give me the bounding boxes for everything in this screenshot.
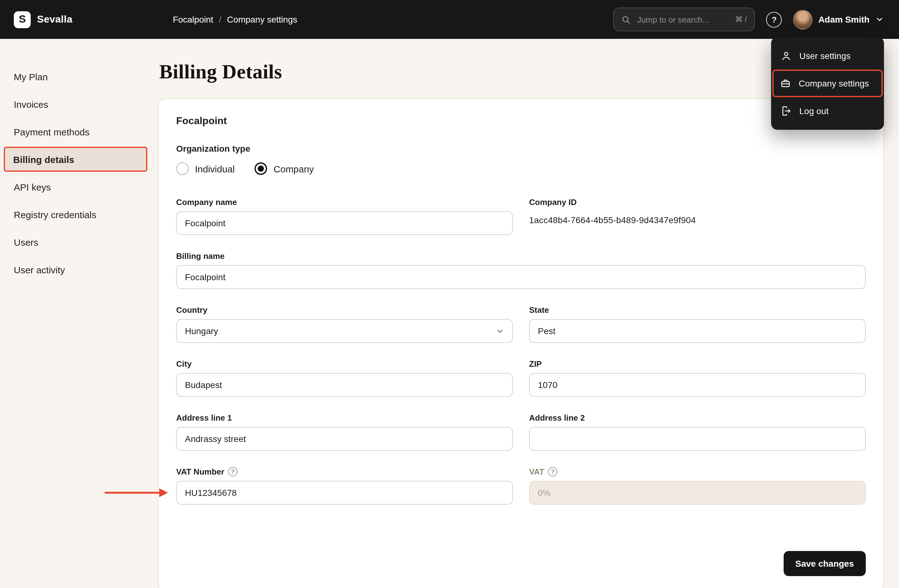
breadcrumb-project[interactable]: Focalpoint	[173, 14, 213, 25]
menu-item-label: Log out	[799, 106, 828, 116]
sidebar-item-users[interactable]: Users	[0, 228, 149, 256]
breadcrumb: Focalpoint / Company settings	[173, 14, 297, 25]
sidebar-item-label: Payment methods	[14, 126, 90, 137]
vat-label-text: VAT	[529, 467, 544, 477]
address-line-1-input[interactable]	[176, 427, 513, 451]
brand-name: Sevalla	[37, 14, 73, 25]
company-name-row: Company name	[176, 198, 513, 235]
state-label: State	[529, 305, 866, 315]
billing-name-input[interactable]	[176, 265, 866, 289]
sidebar-item-user-activity[interactable]: User activity	[0, 256, 149, 283]
briefcase-icon	[780, 78, 791, 89]
company-name-label: Company name	[176, 198, 513, 207]
menu-item-user-settings[interactable]: User settings	[771, 42, 884, 69]
sevalla-logo-icon: S	[14, 11, 31, 28]
logo-glyph: S	[19, 13, 26, 26]
city-row: City	[176, 359, 513, 397]
radio-option-individual[interactable]: Individual	[176, 162, 235, 175]
organization-type-options: Individual Company	[176, 162, 866, 175]
sidebar-item-label: Registry credentials	[14, 209, 96, 220]
country-row: Country Hungary	[176, 305, 513, 343]
sidebar-item-label: Users	[14, 237, 38, 247]
city-label: City	[176, 359, 513, 369]
top-navbar: S Sevalla Focalpoint / Company settings …	[0, 0, 899, 39]
user-icon	[780, 50, 792, 62]
menu-item-company-settings[interactable]: Company settings	[772, 69, 883, 97]
zip-row: ZIP	[529, 359, 866, 397]
chevron-down-icon	[875, 15, 884, 24]
city-input[interactable]	[176, 373, 513, 397]
vat-label: VAT	[529, 467, 866, 477]
sidebar-item-label: Invoices	[14, 99, 48, 110]
billing-name-label: Billing name	[176, 252, 866, 261]
page-body: My Plan Invoices Payment methods Billing…	[0, 39, 899, 588]
vat-number-info-icon[interactable]	[228, 467, 238, 477]
radio-label: Company	[273, 163, 314, 174]
vat-number-input[interactable]	[176, 481, 513, 505]
sidebar-item-label: User activity	[14, 264, 65, 275]
settings-sidebar: My Plan Invoices Payment methods Billing…	[0, 39, 149, 588]
state-input[interactable]	[529, 319, 866, 343]
user-menu-trigger[interactable]: Adam Smith	[793, 10, 884, 29]
chevron-down-icon	[496, 327, 504, 335]
individual-radio-icon[interactable]	[176, 162, 189, 175]
save-changes-button[interactable]: Save changes	[783, 551, 866, 576]
topbar-right: ⌘ / Adam Smith	[613, 8, 884, 31]
address-line-2-label: Address line 2	[529, 413, 866, 423]
menu-item-label: Company settings	[799, 78, 869, 88]
app-window: S Sevalla Focalpoint / Company settings …	[0, 0, 899, 588]
vat-input	[529, 481, 866, 505]
zip-label: ZIP	[529, 359, 866, 369]
billing-name-row: Billing name	[176, 252, 866, 289]
sidebar-item-invoices[interactable]: Invoices	[0, 90, 149, 118]
sidebar-item-api-keys[interactable]: API keys	[0, 173, 149, 201]
breadcrumb-separator: /	[219, 14, 221, 25]
country-select[interactable]: Hungary	[176, 319, 513, 343]
address-line-1-label: Address line 1	[176, 413, 513, 423]
sidebar-item-billing-details[interactable]: Billing details	[4, 147, 147, 172]
search-shortcut: ⌘ /	[735, 15, 747, 24]
address-line-2-row: Address line 2	[529, 413, 866, 451]
company-id-label: Company ID	[529, 198, 866, 207]
user-name: Adam Smith	[819, 14, 870, 25]
brand[interactable]: S Sevalla	[14, 11, 73, 28]
vat-number-row: VAT Number	[176, 467, 513, 505]
company-id-value: 1acc48b4-7664-4b55-b489-9d4347e9f904	[529, 215, 866, 225]
zip-input[interactable]	[529, 373, 866, 397]
company-name-input[interactable]	[176, 211, 513, 235]
billing-details-card: Focalpoint Organization type Individual …	[158, 99, 884, 588]
global-search[interactable]: ⌘ /	[613, 8, 755, 31]
search-icon	[622, 15, 631, 24]
menu-item-log-out[interactable]: Log out	[771, 97, 884, 125]
card-footer: Save changes	[176, 551, 866, 576]
vat-info-icon[interactable]	[548, 467, 557, 477]
sidebar-item-label: Billing details	[13, 154, 74, 165]
vat-number-label: VAT Number	[176, 467, 513, 477]
logout-icon	[780, 105, 792, 117]
state-row: State	[529, 305, 866, 343]
company-id-row: Company ID 1acc48b4-7664-4b55-b489-9d434…	[529, 198, 866, 235]
sidebar-item-registry-credentials[interactable]: Registry credentials	[0, 201, 149, 228]
vat-number-label-text: VAT Number	[176, 467, 224, 477]
company-heading: Focalpoint	[176, 115, 866, 127]
company-radio-icon[interactable]	[255, 162, 267, 175]
radio-option-company[interactable]: Company	[255, 162, 314, 175]
help-icon[interactable]	[766, 12, 782, 27]
country-selected-value: Hungary	[185, 326, 218, 336]
radio-label: Individual	[195, 163, 235, 174]
breadcrumb-page[interactable]: Company settings	[227, 14, 297, 25]
sidebar-item-payment-methods[interactable]: Payment methods	[0, 118, 149, 145]
search-input[interactable]	[636, 14, 731, 25]
sidebar-item-my-plan[interactable]: My Plan	[0, 63, 149, 90]
country-label: Country	[176, 305, 513, 315]
sidebar-item-label: API keys	[14, 182, 51, 192]
user-dropdown-menu: User settings Company settings Log out	[771, 37, 884, 130]
vat-row: VAT	[529, 467, 866, 505]
sidebar-item-label: My Plan	[14, 71, 48, 82]
organization-type-label: Organization type	[176, 144, 866, 154]
menu-item-label: User settings	[799, 51, 850, 61]
address-line-1-row: Address line 1	[176, 413, 513, 451]
address-line-2-input[interactable]	[529, 427, 866, 451]
avatar	[793, 10, 813, 29]
